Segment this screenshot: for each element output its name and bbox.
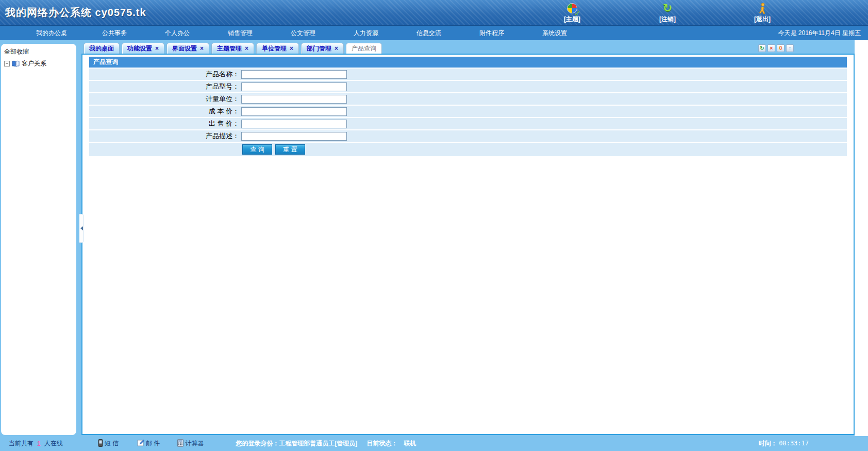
cost-price-label: 成 本 价： — [89, 107, 241, 116]
nav-item-attachments[interactable]: 附件程序 — [460, 29, 523, 38]
product-name-input[interactable] — [241, 70, 347, 79]
collapse-arrow-icon — [80, 226, 83, 230]
form-row: 产品描述： — [89, 130, 847, 142]
cost-price-input[interactable] — [241, 107, 347, 116]
time-value: 08:33:17 — [779, 440, 809, 447]
logout-button[interactable]: ↻ [注销] — [652, 2, 683, 24]
tree-item-customer-relations[interactable]: − 客户关系 — [4, 59, 73, 68]
sidebar-collapse-handle[interactable] — [79, 214, 84, 243]
nav-item-public[interactable]: 公共事务 — [83, 29, 146, 38]
tree-expander-icon[interactable]: − — [4, 61, 10, 66]
main-panel: 产品查询 产品名称： 产品型号： 计量单位： 成 本 价： — [81, 54, 855, 435]
counter-icon[interactable]: 0 — [777, 44, 784, 52]
status-value: 联机 — [404, 439, 416, 448]
product-model-input[interactable] — [241, 82, 347, 91]
form-title-bar: 产品查询 — [89, 57, 847, 68]
nav-item-personal[interactable]: 个人办公 — [146, 29, 209, 38]
form-row: 产品名称： — [89, 69, 847, 80]
logout-icon: ↻ — [652, 2, 683, 15]
tab-function-settings[interactable]: 功能设置 × — [122, 43, 164, 54]
reset-button[interactable]: 重 置 — [275, 144, 305, 155]
nav-item-sales[interactable]: 销售管理 — [209, 29, 272, 38]
calculator-label: 计算器 — [185, 439, 204, 448]
exit-label: [退出] — [747, 15, 778, 24]
unit-input[interactable] — [241, 95, 347, 104]
book-icon — [12, 60, 20, 69]
product-query-form: 产品查询 产品名称： 产品型号： 计量单位： 成 本 价： — [89, 57, 847, 156]
status-label: 目前状态： — [366, 439, 397, 448]
description-label: 产品描述： — [89, 131, 241, 141]
online-suffix: 人在线 — [44, 439, 63, 448]
form-row: 成 本 价： — [89, 106, 847, 117]
sale-price-label: 出 售 价： — [89, 119, 241, 128]
refresh-icon[interactable]: ↻ — [758, 44, 766, 52]
sms-icon — [98, 439, 103, 448]
mail-tool[interactable]: 邮 件 — [137, 439, 160, 448]
exit-button[interactable]: [退出] — [747, 2, 778, 24]
calculator-icon — [177, 439, 183, 448]
tab-label: 产品查询 — [352, 44, 376, 53]
login-identity: 您的登录身份：工程管理部普通员工[管理员] — [236, 439, 357, 448]
tab-close-icon[interactable]: × — [245, 45, 248, 52]
time-label: 时间： — [759, 440, 777, 447]
tab-label: 主题管理 — [217, 44, 242, 53]
nav-item-messaging[interactable]: 信息交流 — [397, 29, 460, 38]
tab-close-icon[interactable]: × — [290, 45, 293, 52]
online-count: 1 — [37, 440, 41, 447]
tab-label: 我的桌面 — [89, 44, 114, 53]
tab-label: 界面设置 — [172, 44, 197, 53]
main-column: 我的桌面 功能设置 × 界面设置 × 主题管理 × 单位管理 × 部门管理 × — [81, 42, 855, 435]
tree-item-label: 客户关系 — [22, 59, 46, 68]
tab-unit-management[interactable]: 单位管理 × — [256, 43, 299, 54]
theme-icon: ✓ — [557, 2, 588, 15]
calculator-tool[interactable]: 计算器 — [177, 439, 204, 448]
nav-item-system[interactable]: 系统设置 — [523, 29, 586, 38]
online-prefix: 当前共有 — [9, 439, 34, 448]
tab-label: 功能设置 — [127, 44, 152, 53]
app-header: 我的网络办公系统 cy0575.tk ✓ [主题] ↻ [注销] [退出] — [0, 0, 868, 26]
status-bar: 当前共有 1 人在线 短 信 邮 件 — [0, 436, 868, 451]
nav-item-documents[interactable]: 公文管理 — [272, 29, 335, 38]
tab-close-icon[interactable]: × — [155, 45, 159, 52]
tab-strip: 我的桌面 功能设置 × 界面设置 × 主题管理 × 单位管理 × 部门管理 × — [81, 42, 855, 54]
tab-interface-settings[interactable]: 界面设置 × — [166, 43, 209, 54]
tab-department-management[interactable]: 部门管理 × — [301, 43, 344, 54]
tab-label: 单位管理 — [262, 44, 287, 53]
online-users-status: 当前共有 1 人在线 — [9, 439, 63, 448]
sms-tool[interactable]: 短 信 — [98, 439, 119, 448]
logout-label: [注销] — [652, 15, 683, 24]
tab-close-icon[interactable]: × — [335, 45, 338, 52]
scrollbar-gutter[interactable] — [855, 40, 868, 436]
form-button-row: 查 询 重 置 — [89, 143, 847, 156]
nav-item-my-desk[interactable]: 我的办公桌 — [20, 29, 83, 38]
tab-close-icon[interactable]: × — [200, 45, 204, 52]
collapse-all-link[interactable]: 全部收缩 — [4, 47, 73, 56]
form-row: 出 售 价： — [89, 118, 847, 129]
tab-label: 部门管理 — [307, 44, 331, 53]
sidebar: 全部收缩 − 客户关系 — [1, 44, 76, 435]
query-button[interactable]: 查 询 — [242, 144, 272, 155]
sms-label: 短 信 — [105, 439, 119, 448]
exit-icon — [747, 2, 778, 15]
tab-my-desktop[interactable]: 我的桌面 — [84, 43, 120, 54]
theme-label: [主题] — [557, 15, 588, 24]
description-input[interactable] — [241, 132, 347, 141]
product-name-label: 产品名称： — [89, 70, 241, 79]
content-region: 全部收缩 − 客户关系 我的桌面 功能设置 × 界面设 — [0, 40, 868, 436]
sale-price-input[interactable] — [241, 120, 347, 128]
product-model-label: 产品型号： — [89, 82, 241, 91]
clock: 时间： 08:33:17 — [759, 439, 809, 448]
nav-item-hr[interactable]: 人力资源 — [335, 29, 397, 38]
main-menu-bar: 我的办公桌 公共事务 个人办公 销售管理 公文管理 人力资源 信息交流 附件程序… — [0, 26, 868, 40]
theme-button[interactable]: ✓ [主题] — [557, 2, 588, 24]
mail-icon — [137, 439, 144, 448]
app-title: 我的网络办公系统 cy0575.tk — [5, 6, 146, 20]
close-all-icon[interactable]: × — [767, 44, 775, 52]
current-date: 今天是 2016年11月4日 星期五 — [778, 29, 868, 38]
tab-toolbar: ↻ × 0 ↑ — [758, 44, 855, 54]
mail-label: 邮 件 — [146, 439, 160, 448]
tab-product-query[interactable]: 产品查询 — [346, 43, 382, 54]
scroll-top-icon[interactable]: ↑ — [786, 44, 794, 52]
tab-theme-management[interactable]: 主题管理 × — [211, 43, 254, 54]
unit-label: 计量单位： — [89, 94, 241, 104]
